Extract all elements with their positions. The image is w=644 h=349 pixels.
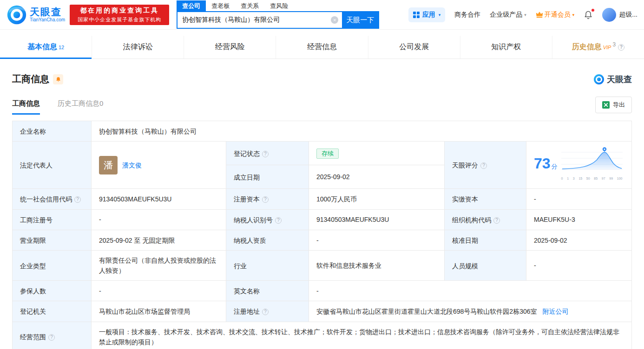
company-name-value: 协创智算科技（马鞍山）有限公司 (92, 121, 632, 142)
promo-line2: 国家中小企业发展子基金旗下机构 (78, 16, 161, 23)
main-content: 工商信息 天眼查 工商信息 历史工商信息0 导出 (0, 73, 644, 349)
username: 超级... (619, 11, 637, 19)
coop-label: 商务合作 (454, 11, 480, 19)
score-cell: 73分 (526, 142, 632, 189)
search-input[interactable] (177, 12, 342, 28)
taxpayer-quality-value: - (309, 230, 445, 250)
field-label: 注册地址? (226, 301, 309, 322)
field-label: 参保人数 (13, 281, 92, 301)
tab-operating-risk[interactable]: 经营风险 (184, 36, 276, 58)
field-label: 纳税人识别号? (226, 209, 309, 230)
nearby-companies-link[interactable]: 附近公司 (542, 308, 568, 315)
field-label: 核准日期 (445, 230, 526, 250)
taxpayer-id-value: 91340503MAEUFK5U3U (309, 209, 445, 230)
menu-business-coop[interactable]: 商务合作 (454, 11, 480, 19)
field-label: 英文名称 (226, 281, 309, 301)
menu-enterprise-products[interactable]: 企业级产品 ▾ (490, 11, 526, 19)
table-row: 经营范围? 一般项目：技术服务、技术开发、技术咨询、技术交流、技术转让、技术推广… (13, 322, 632, 349)
staff-size-value: - (526, 251, 632, 281)
establish-date-value: 2025-09-02 (309, 165, 445, 189)
field-label: 天眼评分? (445, 142, 526, 189)
insured-count-value: - (92, 281, 226, 301)
subscribe-bell-icon[interactable] (53, 74, 63, 84)
tab-legal-proceedings[interactable]: 法律诉讼 (92, 36, 184, 58)
help-icon[interactable]: ? (262, 196, 269, 203)
vip-label: 开通会员 (545, 11, 571, 19)
tianyancha-logo-icon (7, 5, 27, 25)
table-row: 法定代表人 潘 潘文俊 登记状态? 存续 天眼评分? (13, 142, 632, 165)
reg-authority-value: 马鞍山市花山区市场监督管理局 (92, 301, 226, 322)
legal-rep-link[interactable]: 潘文俊 (122, 160, 142, 170)
search-tab-boss[interactable]: 查老板 (206, 0, 235, 11)
help-icon[interactable]: ? (262, 309, 269, 315)
tab-history-info[interactable]: 历史信息 VIP 3 ? (552, 36, 644, 58)
help-icon[interactable]: ? (74, 196, 81, 203)
business-scope-value: 一般项目：技术服务、技术开发、技术咨询、技术交流、技术转让、技术推广；软件开发；… (92, 322, 632, 349)
help-icon[interactable]: ? (618, 44, 624, 51)
field-label: 纳税人资质 (226, 230, 309, 250)
tab-label: 历史信息 (572, 42, 602, 52)
tab-basic-info[interactable]: 基本信息 12 (0, 36, 92, 58)
apps-label: 应用 (422, 11, 435, 19)
notification-bell-icon[interactable] (584, 10, 593, 20)
tab-operating-info[interactable]: 经营信息 (276, 36, 368, 58)
tianyancha-logo[interactable]: 天眼查 TianYanCha.com (7, 5, 65, 25)
field-label: 统一社会信用代码? (13, 189, 92, 209)
vip-badge: VIP (603, 45, 611, 50)
table-row: 营业期限 2025-09-02 至 无固定期限 纳税人资质 - 核准日期 202… (13, 230, 632, 250)
credit-code-value: 91340503MAEUFK5U3U (92, 189, 226, 209)
help-icon[interactable]: ? (262, 151, 269, 157)
reg-capital-value: 1000万人民币 (309, 189, 445, 209)
help-icon[interactable]: ? (493, 217, 500, 224)
notification-dot (591, 8, 595, 12)
table-row: 企业类型 有限责任公司（非自然人投资或控股的法人独资） 行业 软件和信息技术服务… (13, 251, 632, 281)
english-name-value: - (309, 281, 632, 301)
tab-intellectual-property[interactable]: 知识产权 (460, 36, 552, 58)
legal-rep-avatar[interactable]: 潘 (99, 156, 118, 174)
user-account[interactable]: 超级... (602, 8, 637, 22)
help-icon[interactable]: ? (275, 217, 282, 224)
table-row: 工商注册号 - 纳税人识别号? 91340503MAEUFK5U3U 组织机构代… (13, 209, 632, 230)
top-header: 天眼查 TianYanCha.com 都在用的商业查询工具 国家中小企业发展子基… (0, 0, 644, 30)
table-row: 登记机关 马鞍山市花山区市场监督管理局 注册地址? 安徽省马鞍山市花山区霍里街道… (13, 301, 632, 322)
help-icon[interactable]: ? (48, 334, 55, 341)
field-label: 企业名称 (13, 121, 92, 142)
apps-grid-icon (413, 12, 420, 18)
field-label: 企业类型 (13, 251, 92, 281)
promo-line1: 都在用的商业查询工具 (80, 6, 159, 15)
menu-open-vip[interactable]: 开通会员 ▾ (536, 11, 575, 19)
business-info-table: 企业名称 协创智算科技（马鞍山）有限公司 法定代表人 潘 潘文俊 登记状态? 存… (12, 121, 632, 349)
top-menu: 应用 ▾ 商务合作 企业级产品 ▾ 开通会员 ▾ 超级... (408, 7, 637, 22)
help-glyph: ? (620, 45, 623, 50)
business-term-value: 2025-09-02 至 无固定期限 (92, 230, 226, 250)
score-curve-chart (561, 146, 623, 170)
search-tab-risk[interactable]: 查风险 (264, 0, 294, 11)
table-row: 企业名称 协创智算科技（马鞍山）有限公司 (13, 121, 632, 142)
logo-cn: 天眼查 (30, 7, 65, 17)
export-button[interactable]: 导出 (595, 97, 632, 113)
tab-count: 12 (59, 45, 64, 50)
tab-company-development[interactable]: 公司发展 (368, 36, 460, 58)
paid-capital-value: - (526, 189, 632, 209)
help-icon[interactable]: ? (480, 162, 487, 169)
caret-down-icon: ▾ (572, 13, 575, 17)
crown-icon (536, 12, 543, 18)
search-tab-relation[interactable]: 查关系 (235, 0, 264, 11)
apps-menu[interactable]: 应用 ▾ (408, 7, 446, 22)
org-code-value: MAEUFK5U-3 (526, 209, 632, 230)
field-label: 营业期限 (13, 230, 92, 250)
subtab-business-info[interactable]: 工商信息 (12, 99, 40, 115)
caret-down-icon: ▾ (439, 13, 441, 17)
legal-rep-cell: 潘 潘文俊 (92, 142, 226, 189)
watermark-text: 天眼查 (607, 74, 632, 85)
search-tab-company[interactable]: 查公司 (177, 0, 206, 11)
subtab-history-business-info[interactable]: 历史工商信息0 (58, 99, 103, 115)
field-label: 工商注册号 (13, 209, 92, 230)
field-label: 成立日期 (226, 165, 309, 189)
logo-en: TianYanCha.com (30, 17, 65, 23)
search-button[interactable]: 天眼一下 (342, 12, 378, 28)
field-label: 法定代表人 (13, 142, 92, 189)
reg-number-value: - (92, 209, 226, 230)
tab-label: 经营信息 (307, 42, 337, 52)
status-badge: 存续 (316, 149, 339, 159)
